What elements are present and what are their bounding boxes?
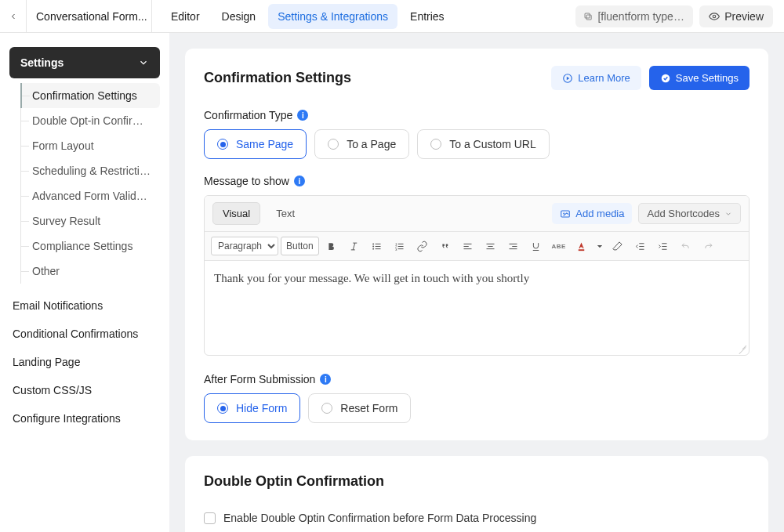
sidebar-link-custom-css-js[interactable]: Custom CSS/JS: [9, 376, 160, 404]
insert-button-button[interactable]: Button: [281, 237, 319, 255]
option-same-page[interactable]: Same Page: [204, 129, 307, 159]
paragraph-select[interactable]: Paragraph: [211, 237, 278, 255]
align-right-icon: [507, 241, 519, 252]
sidebar-item-double-optin[interactable]: Double Opt-in Confirma...: [21, 108, 160, 133]
sidebar: Settings Confirmation Settings Double Op…: [0, 33, 169, 532]
svg-point-13: [372, 248, 374, 249]
clear-formatting-button[interactable]: [608, 237, 628, 255]
italic-button[interactable]: [344, 237, 365, 255]
tab-design[interactable]: Design: [212, 4, 266, 29]
svg-rect-33: [579, 249, 585, 251]
svg-point-2: [713, 15, 716, 18]
editor-textarea[interactable]: Thank you for your message. We will get …: [205, 261, 749, 355]
back-button[interactable]: [0, 0, 27, 33]
sidebar-link-conditional-confirmations[interactable]: Conditional Confirmations: [9, 320, 160, 348]
align-left-button[interactable]: [458, 237, 478, 255]
text-color-button[interactable]: [572, 237, 592, 255]
tab-entries[interactable]: Entries: [401, 4, 454, 29]
content-area: Confirmation Settings Learn More Save Se…: [169, 33, 784, 532]
option-label: Same Page: [236, 138, 293, 150]
sidebar-item-survey-result[interactable]: Survey Result: [21, 208, 160, 233]
text-color-icon: [575, 241, 587, 252]
option-reset-form[interactable]: Reset Form: [308, 393, 411, 423]
after-submission-label: After Form Submission i: [204, 373, 750, 385]
sidebar-settings-toggle[interactable]: Settings: [9, 47, 160, 78]
chevron-left-icon: [9, 12, 18, 21]
sidebar-link-configure-integrations[interactable]: Configure Integrations: [9, 404, 160, 432]
svg-marker-4: [567, 76, 570, 80]
numbered-list-button[interactable]: 123: [390, 237, 410, 255]
indent-button[interactable]: [653, 237, 673, 255]
check-circle-icon: [660, 73, 671, 84]
after-submission-text: After Form Submission: [204, 373, 315, 385]
sidebar-link-email-notifications[interactable]: Email Notifications: [9, 291, 160, 320]
underline-button[interactable]: [526, 237, 546, 255]
save-settings-label: Save Settings: [676, 72, 739, 84]
sidebar-group-title: Settings: [20, 56, 64, 69]
tab-settings-integrations[interactable]: Settings & Integrations: [268, 4, 397, 29]
align-center-button[interactable]: [481, 237, 501, 255]
preview-button[interactable]: Preview: [699, 5, 773, 27]
sidebar-link-landing-page[interactable]: Landing Page: [9, 348, 160, 376]
svg-line-8: [353, 243, 355, 250]
svg-point-12: [372, 245, 374, 247]
shortcode-copy[interactable]: [fluentform type="c...: [575, 5, 693, 27]
outdent-icon: [634, 241, 646, 252]
chevron-down-icon: [724, 210, 732, 218]
option-label: Reset Form: [340, 402, 397, 414]
save-settings-button[interactable]: Save Settings: [649, 66, 750, 90]
info-icon[interactable]: i: [294, 176, 305, 186]
double-optin-checkbox-label: Enable Double Optin Confirmation before …: [223, 512, 536, 524]
option-to-a-page[interactable]: To a Page: [314, 129, 409, 159]
option-label: To a Custom URL: [449, 138, 535, 150]
sidebar-item-confirmation-settings[interactable]: Confirmation Settings: [20, 83, 160, 108]
svg-point-7: [564, 212, 565, 214]
info-icon[interactable]: i: [320, 374, 331, 385]
add-media-button[interactable]: Add media: [552, 203, 632, 224]
preview-label: Preview: [724, 10, 764, 23]
card-title-confirmation: Confirmation Settings: [204, 70, 351, 86]
svg-rect-0: [586, 14, 591, 19]
link-button[interactable]: [412, 237, 433, 255]
add-shortcodes-button[interactable]: Add Shortcodes: [638, 203, 741, 224]
chevron-down-icon: [595, 241, 604, 252]
indent-icon: [657, 241, 669, 252]
bold-button[interactable]: [321, 237, 342, 255]
card-double-optin: Double Optin Confirmation Enable Double …: [185, 456, 768, 532]
top-right-actions: [fluentform type="c... Preview: [575, 5, 784, 27]
option-hide-form[interactable]: Hide Form: [204, 393, 300, 423]
italic-icon: [348, 241, 360, 252]
learn-more-label: Learn More: [578, 72, 630, 84]
align-right-button[interactable]: [503, 237, 524, 255]
text-color-dropdown[interactable]: [594, 237, 605, 255]
bullet-list-button[interactable]: [367, 237, 387, 255]
undo-button[interactable]: [676, 237, 696, 255]
blockquote-button[interactable]: [435, 237, 456, 255]
sidebar-item-compliance[interactable]: Compliance Settings: [21, 233, 160, 259]
message-label-text: Message to show: [204, 175, 289, 187]
eraser-icon: [612, 241, 623, 252]
radio-icon: [217, 403, 228, 414]
double-optin-checkbox-row[interactable]: Enable Double Optin Confirmation before …: [204, 512, 750, 524]
underline-icon: [530, 241, 542, 252]
editor-tab-text[interactable]: Text: [267, 203, 304, 224]
info-icon[interactable]: i: [297, 110, 308, 121]
sidebar-item-other[interactable]: Other: [21, 259, 160, 284]
redo-icon: [702, 241, 714, 252]
eye-icon: [709, 11, 720, 22]
editor-tab-visual[interactable]: Visual: [212, 202, 260, 225]
strikethrough-button[interactable]: ABE: [549, 237, 569, 255]
undo-icon: [680, 241, 691, 252]
learn-more-button[interactable]: Learn More: [551, 66, 641, 90]
copy-icon: [583, 11, 593, 22]
sidebar-item-advanced-validation[interactable]: Advanced Form Validati...: [21, 183, 160, 208]
resize-handle[interactable]: [738, 344, 747, 353]
main-tabs: Editor Design Settings & Integrations En…: [152, 4, 454, 29]
align-center-icon: [485, 241, 496, 252]
tab-editor[interactable]: Editor: [162, 4, 209, 29]
sidebar-item-scheduling[interactable]: Scheduling & Restrictions: [21, 158, 160, 183]
outdent-button[interactable]: [630, 237, 651, 255]
redo-button[interactable]: [699, 237, 719, 255]
sidebar-item-form-layout[interactable]: Form Layout: [21, 133, 160, 158]
option-to-custom-url[interactable]: To a Custom URL: [417, 129, 549, 159]
